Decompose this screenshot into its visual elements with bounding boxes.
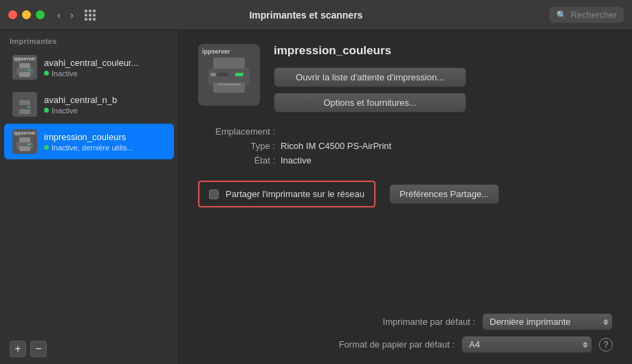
printer-info-avahi-nb: avahi_central_n_b Inactive (44, 95, 166, 115)
printer-icon-impression: ippserver (12, 129, 37, 154)
share-checkbox-area[interactable]: Partager l'imprimante sur le réseau (198, 181, 375, 207)
default-paper-select[interactable]: A4 (461, 336, 592, 353)
printer-svg-large (205, 56, 253, 94)
printer-icon-avahi-couleur: ippserver (12, 55, 37, 80)
svg-rect-1 (19, 63, 30, 68)
maximize-button[interactable] (36, 10, 45, 19)
sidebar-item-avahi-couleur[interactable]: ippserver avahi_central_couleur... Inact… (4, 49, 174, 85)
svg-rect-5 (19, 100, 30, 105)
titlebar: ‹ › Imprimantes et scanners 🔍 Rechercher (0, 0, 632, 30)
svg-rect-13 (213, 58, 245, 69)
action-buttons: Ouvrir la liste d'attente d'impression..… (274, 67, 613, 113)
printer-svg-small-1 (15, 62, 34, 78)
main-content: Imprimantes ippserver avahi_central_coul… (0, 30, 632, 364)
status-text-avahi-nb: Inactive (52, 106, 78, 115)
status-dot-avahi-couleur (44, 71, 49, 76)
minimize-button[interactable] (22, 10, 31, 19)
printer-status-avahi-nb: Inactive (44, 106, 166, 115)
printer-name-impression: impression_couleurs (44, 132, 166, 142)
options-button[interactable]: Options et fournitures... (274, 93, 466, 113)
type-value: Ricoh IM C4500 PS-AirPrint (281, 141, 391, 151)
svg-rect-10 (19, 146, 30, 151)
printer-info-impression: impression_couleurs Inactive, dernière u… (44, 132, 166, 152)
close-button[interactable] (8, 10, 17, 19)
share-section: Partager l'imprimante sur le réseau Préf… (198, 181, 613, 207)
printer-name-avahi-couleur: avahi_central_couleur... (44, 58, 166, 68)
state-row: État : Inactive (198, 155, 613, 166)
type-row: Type : Ricoh IM C4500 PS-AirPrint (198, 141, 613, 151)
status-dot-impression (44, 145, 49, 150)
detail-header: ippserver impression_couleurs Ouvrir la … (198, 44, 613, 113)
open-queue-button[interactable]: Ouvrir la liste d'attente d'impression..… (274, 67, 466, 87)
search-box[interactable]: 🔍 Rechercher (549, 7, 624, 23)
printer-large-icon: ippserver (198, 44, 260, 106)
svg-rect-2 (19, 72, 30, 77)
state-value: Inactive (281, 155, 312, 166)
sidebar-item-avahi-nb[interactable]: avahi_central_n_b Inactive (4, 87, 174, 122)
printer-svg-small-2 (15, 100, 34, 115)
printer-svg-small-3 (15, 137, 34, 152)
default-paper-row: Format de papier par défaut : A4 ? (198, 336, 613, 353)
type-label: Type : (198, 141, 281, 151)
default-paper-select-wrapper: A4 (461, 336, 592, 353)
printer-status-impression: Inactive, dernière utilis... (44, 144, 166, 152)
help-button[interactable]: ? (599, 338, 613, 352)
remove-printer-button[interactable]: − (30, 341, 47, 357)
svg-rect-3 (28, 69, 30, 71)
window-title: Imprimantes et scanners (63, 10, 549, 21)
default-printer-row: Imprimante par défaut : Dernière imprima… (198, 313, 613, 330)
svg-rect-17 (217, 73, 228, 76)
detail-printer-name: impression_couleurs (274, 44, 613, 58)
bottom-section: Imprimante par défaut : Dernière imprima… (198, 313, 613, 353)
ipp-label: ippserver (202, 48, 230, 55)
location-row: Emplacement : (198, 126, 613, 137)
search-icon: 🔍 (556, 10, 567, 20)
svg-rect-16 (210, 73, 216, 76)
status-text-impression: Inactive, dernière utilis... (52, 144, 133, 152)
info-fields: Emplacement : Type : Ricoh IM C4500 PS-A… (198, 126, 613, 170)
sidebar-bottom: + − (0, 334, 178, 364)
share-checkbox[interactable] (209, 190, 219, 199)
svg-rect-18 (217, 84, 241, 85)
svg-rect-15 (235, 73, 243, 76)
share-label: Partager l'imprimante sur le réseau (226, 189, 364, 199)
printer-name-avahi-nb: avahi_central_n_b (44, 95, 166, 105)
detail-info: impression_couleurs Ouvrir la liste d'at… (274, 44, 613, 113)
search-placeholder: Rechercher (571, 10, 617, 20)
detail-panel: ippserver impression_couleurs Ouvrir la … (179, 30, 632, 364)
sidebar: Imprimantes ippserver avahi_central_coul… (0, 30, 179, 364)
svg-rect-9 (19, 137, 30, 142)
location-label: Emplacement : (198, 126, 281, 137)
default-printer-select-wrapper: Dernière imprimante (482, 313, 613, 330)
traffic-lights (8, 10, 45, 19)
printer-info-avahi-couleur: avahi_central_couleur... Inactive (44, 58, 166, 78)
svg-rect-6 (19, 109, 30, 114)
printer-status-avahi-couleur: Inactive (44, 69, 166, 78)
printer-icon-avahi-nb (12, 92, 37, 117)
svg-rect-7 (28, 106, 30, 108)
sidebar-header: Imprimantes (0, 30, 178, 49)
sidebar-item-impression-couleurs[interactable]: ippserver impression_couleurs Inactive, … (4, 124, 174, 159)
default-paper-label: Format de papier par défaut : (339, 339, 455, 350)
status-dot-avahi-nb (44, 108, 49, 113)
share-preferences-button[interactable]: Préférences Partage... (389, 184, 499, 204)
state-label: État : (198, 155, 281, 166)
add-printer-button[interactable]: + (10, 341, 26, 357)
svg-rect-11 (28, 144, 30, 145)
status-text-avahi-couleur: Inactive (52, 69, 78, 78)
default-printer-select[interactable]: Dernière imprimante (482, 313, 613, 330)
default-printer-label: Imprimante par défaut : (383, 317, 475, 327)
